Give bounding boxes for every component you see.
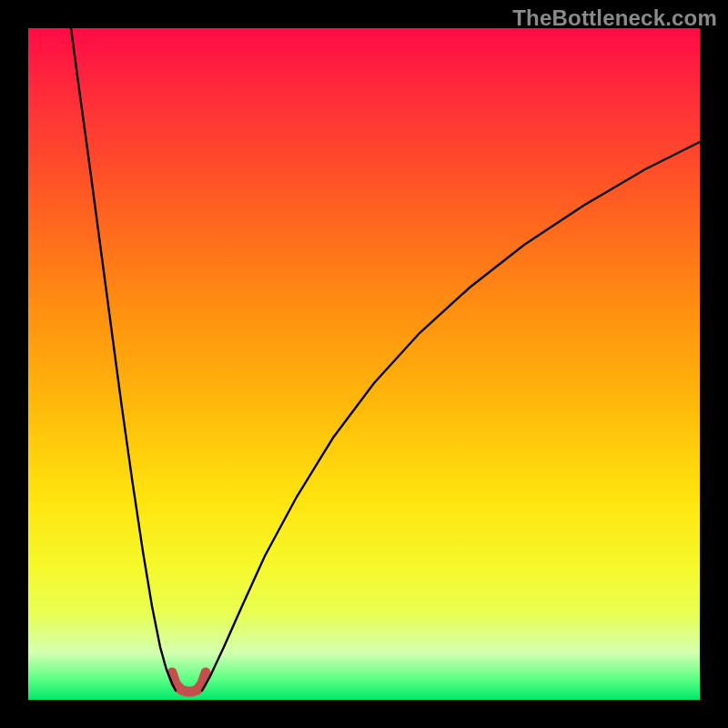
- right-branch-path: [202, 142, 700, 691]
- curve-layer: [28, 28, 700, 700]
- chart-frame: TheBottleneck.com: [0, 0, 728, 728]
- cusp-marker-path: [172, 672, 206, 692]
- watermark-text: TheBottleneck.com: [512, 5, 717, 31]
- plot-area: [28, 28, 700, 700]
- left-branch-path: [71, 28, 176, 691]
